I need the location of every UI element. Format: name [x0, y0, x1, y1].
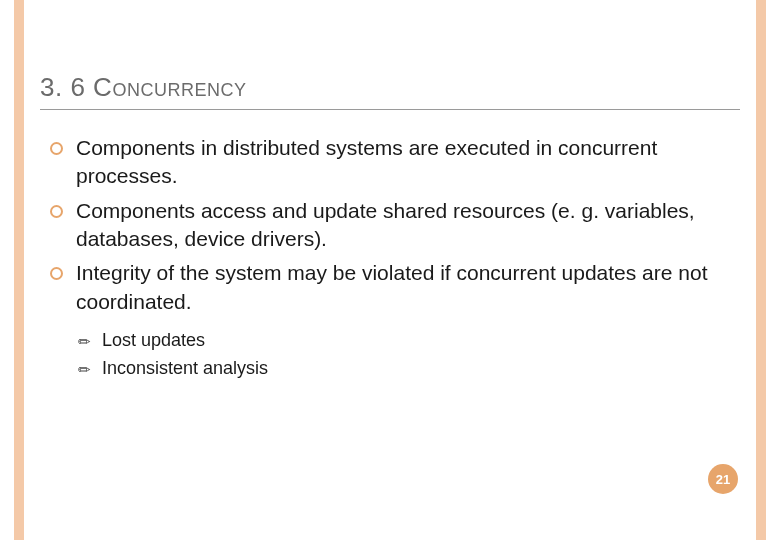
sub-bullet-item: ✏ Inconsistent analysis: [78, 356, 740, 380]
slide-content: 3. 6 Concurrency Components in distribut…: [40, 72, 740, 385]
title-number: 3. 6: [40, 72, 85, 102]
sub-bullet-list: ✏ Lost updates ✏ Inconsistent analysis: [40, 328, 740, 381]
bullet-item: Components in distributed systems are ex…: [50, 134, 740, 191]
bullet-item: Integrity of the system may be violated …: [50, 259, 740, 316]
sub-bullet-text: Lost updates: [102, 330, 205, 350]
bullet-text: Components access and update shared reso…: [76, 199, 695, 250]
page-number: 21: [716, 472, 730, 487]
title-text: Concurrency: [93, 72, 246, 102]
sub-bullet-item: ✏ Lost updates: [78, 328, 740, 352]
slide-title: 3. 6 Concurrency: [40, 72, 740, 110]
sub-bullet-text: Inconsistent analysis: [102, 358, 268, 378]
page-number-badge: 21: [708, 464, 738, 494]
slide: 3. 6 Concurrency Components in distribut…: [0, 0, 780, 540]
sub-bullet-icon: ✏: [78, 332, 91, 352]
decorative-stripe-left: [14, 0, 24, 540]
bullet-list: Components in distributed systems are ex…: [40, 134, 740, 316]
bullet-text: Components in distributed systems are ex…: [76, 136, 657, 187]
bullet-item: Components access and update shared reso…: [50, 197, 740, 254]
decorative-stripe-right: [756, 0, 766, 540]
bullet-text: Integrity of the system may be violated …: [76, 261, 708, 312]
sub-bullet-icon: ✏: [78, 360, 91, 380]
